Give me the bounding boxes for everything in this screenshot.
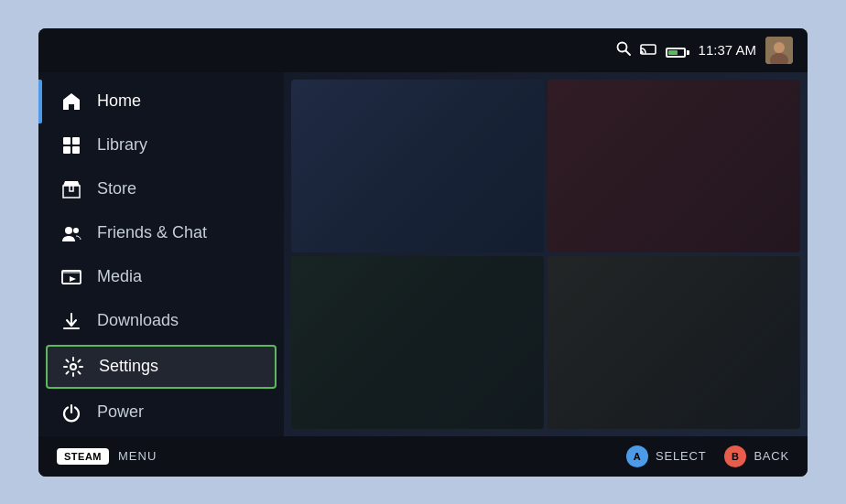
- sidebar-item-media[interactable]: Media: [38, 255, 284, 299]
- svg-point-3: [640, 52, 642, 54]
- svg-line-1: [625, 50, 630, 55]
- svg-point-16: [70, 364, 76, 370]
- time-display: 11:37 AM: [699, 42, 756, 58]
- home-icon: [60, 91, 82, 113]
- content-area: [284, 72, 808, 436]
- select-label: SELECT: [656, 449, 706, 463]
- svg-marker-15: [70, 276, 76, 282]
- cast-icon[interactable]: [640, 41, 656, 59]
- b-button[interactable]: B: [724, 445, 746, 467]
- power-icon: [60, 402, 82, 424]
- status-bar: 11:37 AM: [38, 28, 808, 72]
- sidebar-item-downloads-label: Downloads: [97, 311, 179, 330]
- main-content: Home Library: [38, 72, 808, 436]
- sidebar-item-downloads[interactable]: Downloads: [38, 299, 284, 343]
- svg-rect-9: [63, 146, 70, 154]
- steam-badge[interactable]: STEAM: [57, 448, 109, 465]
- sidebar-item-friends[interactable]: Friends & Chat: [38, 211, 284, 255]
- settings-icon: [62, 356, 84, 378]
- select-action: A SELECT: [626, 445, 706, 467]
- sidebar-item-settings[interactable]: Settings: [46, 345, 277, 389]
- game-thumbnail-4: [548, 256, 800, 429]
- a-button[interactable]: A: [626, 445, 648, 467]
- game-thumbnail-3: [291, 256, 544, 429]
- svg-rect-7: [63, 137, 70, 145]
- store-icon: [60, 178, 82, 200]
- sidebar: Home Library: [38, 72, 284, 436]
- bottom-bar: STEAM MENU A SELECT B BACK: [38, 436, 808, 477]
- back-label: BACK: [754, 449, 789, 463]
- bottom-actions: A SELECT B BACK: [626, 445, 789, 467]
- battery-icon: [666, 42, 689, 59]
- game-thumbnail-2: [548, 80, 800, 252]
- sidebar-item-media-label: Media: [97, 267, 142, 286]
- status-icons: 11:37 AM: [616, 37, 793, 64]
- game-thumbnail-1: [291, 80, 544, 252]
- sidebar-item-library[interactable]: Library: [38, 123, 284, 167]
- svg-rect-10: [72, 146, 80, 154]
- menu-label: MENU: [118, 449, 157, 463]
- downloads-icon: [60, 310, 82, 332]
- friends-icon: [60, 222, 82, 244]
- steam-menu-area: STEAM MENU: [57, 448, 157, 465]
- svg-point-11: [65, 227, 72, 234]
- sidebar-item-friends-label: Friends & Chat: [97, 223, 207, 242]
- media-icon: [60, 266, 82, 288]
- svg-rect-8: [72, 137, 80, 145]
- svg-point-5: [774, 42, 785, 53]
- sidebar-item-home-label: Home: [97, 91, 141, 111]
- search-icon[interactable]: [616, 41, 631, 59]
- sidebar-item-home[interactable]: Home: [38, 80, 284, 123]
- library-icon: [60, 134, 82, 156]
- sidebar-item-power[interactable]: Power: [38, 391, 284, 434]
- sidebar-item-settings-label: Settings: [99, 357, 158, 376]
- svg-point-12: [73, 228, 79, 233]
- svg-rect-14: [62, 271, 81, 273]
- sidebar-item-store-label: Store: [97, 179, 136, 198]
- back-action: B BACK: [724, 445, 789, 467]
- screen: 11:37 AM Home: [38, 28, 808, 477]
- content-blur: [284, 72, 808, 436]
- sidebar-item-power-label: Power: [97, 402, 144, 422]
- sidebar-item-store[interactable]: Store: [38, 167, 284, 211]
- avatar[interactable]: [765, 37, 793, 64]
- sidebar-item-library-label: Library: [97, 135, 147, 155]
